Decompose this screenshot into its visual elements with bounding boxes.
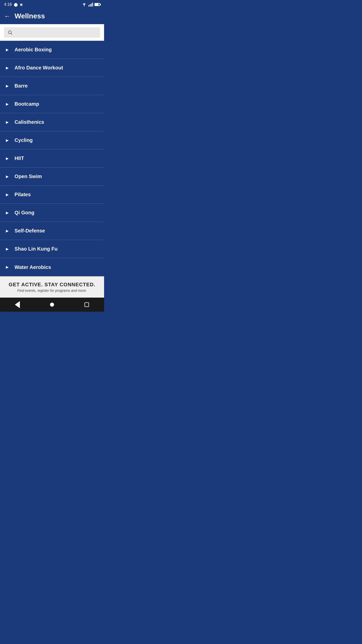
item-label: Barre bbox=[15, 83, 28, 89]
item-label: Shao Lin Kung Fu bbox=[15, 246, 58, 252]
svg-line-6 bbox=[11, 33, 12, 35]
status-bar-left: 4:16 ⬤ ▣ bbox=[4, 2, 23, 7]
wifi-icon bbox=[81, 3, 87, 7]
item-label: Afro Dance Workout bbox=[15, 65, 63, 71]
search-input[interactable] bbox=[15, 30, 97, 35]
item-label: Aerobic Boxing bbox=[15, 47, 52, 53]
item-label: Calisthenics bbox=[15, 119, 44, 125]
play-icon: ► bbox=[5, 102, 10, 106]
sim-card-icon: ▣ bbox=[20, 3, 23, 6]
nav-back-button[interactable] bbox=[11, 300, 24, 310]
item-label: Qi Gong bbox=[15, 210, 34, 216]
play-icon: ► bbox=[5, 192, 10, 197]
svg-rect-4 bbox=[92, 3, 93, 7]
svg-point-0 bbox=[84, 6, 85, 7]
play-icon: ► bbox=[5, 174, 10, 179]
list-item[interactable]: ►Shao Lin Kung Fu bbox=[0, 240, 104, 258]
status-time: 4:16 bbox=[4, 2, 12, 7]
list-item[interactable]: ►Qi Gong bbox=[0, 204, 104, 222]
search-container bbox=[0, 24, 104, 41]
home-circle-icon bbox=[50, 303, 54, 307]
status-bar-right bbox=[81, 3, 100, 7]
play-icon: ► bbox=[5, 138, 10, 143]
search-bar[interactable] bbox=[4, 27, 100, 38]
item-label: Open Swim bbox=[15, 174, 42, 179]
recents-square-icon bbox=[84, 302, 89, 307]
play-icon: ► bbox=[5, 84, 10, 88]
list-item[interactable]: ►Afro Dance Workout bbox=[0, 59, 104, 77]
nav-bar bbox=[0, 298, 104, 312]
play-icon: ► bbox=[5, 120, 10, 125]
notification-dot-icon: ⬤ bbox=[14, 3, 18, 7]
list-item[interactable]: ►Pilates bbox=[0, 186, 104, 204]
status-bar: 4:16 ⬤ ▣ bbox=[0, 0, 104, 9]
list-item[interactable]: ►Calisthenics bbox=[0, 113, 104, 131]
play-icon: ► bbox=[5, 265, 10, 269]
list-item[interactable]: ►HIIT bbox=[0, 149, 104, 168]
list-item[interactable]: ►Cycling bbox=[0, 131, 104, 149]
play-icon: ► bbox=[5, 66, 10, 70]
svg-rect-2 bbox=[90, 4, 90, 7]
play-icon: ► bbox=[5, 229, 10, 233]
header: ← Wellness bbox=[0, 9, 104, 24]
list-item[interactable]: ►Barre bbox=[0, 77, 104, 95]
search-icon bbox=[8, 30, 13, 35]
item-label: Pilates bbox=[15, 192, 31, 197]
item-label: Water Aerobics bbox=[15, 264, 51, 270]
signal-icon bbox=[88, 3, 93, 7]
page-title: Wellness bbox=[15, 12, 45, 20]
banner-main-text: GET ACTIVE. STAY CONNECTED. bbox=[4, 282, 100, 288]
item-label: HIIT bbox=[15, 155, 24, 161]
list-item[interactable]: ►Aerobic Boxing bbox=[0, 41, 104, 59]
list-item[interactable]: ►Water Aerobics bbox=[0, 258, 104, 276]
back-nav-icon bbox=[15, 301, 20, 308]
svg-rect-1 bbox=[88, 5, 89, 7]
svg-point-5 bbox=[8, 31, 11, 34]
item-label: Self-Defense bbox=[15, 228, 45, 234]
wellness-list: ►Aerobic Boxing►Afro Dance Workout►Barre… bbox=[0, 41, 104, 276]
battery-icon bbox=[95, 3, 100, 6]
banner-sub-text: Find events, register for programs and m… bbox=[4, 289, 100, 293]
nav-recents-button[interactable] bbox=[80, 300, 93, 310]
nav-home-button[interactable] bbox=[46, 300, 58, 310]
item-label: Cycling bbox=[15, 137, 33, 143]
back-button[interactable]: ← bbox=[4, 13, 11, 19]
play-icon: ► bbox=[5, 211, 10, 215]
list-item[interactable]: ►Open Swim bbox=[0, 168, 104, 186]
play-icon: ► bbox=[5, 48, 10, 52]
banner-ad: GET ACTIVE. STAY CONNECTED. Find events,… bbox=[0, 276, 104, 298]
play-icon: ► bbox=[5, 247, 10, 251]
item-label: Bootcamp bbox=[15, 101, 39, 107]
list-item[interactable]: ►Self-Defense bbox=[0, 222, 104, 240]
svg-rect-3 bbox=[91, 4, 92, 7]
play-icon: ► bbox=[5, 156, 10, 161]
list-item[interactable]: ►Bootcamp bbox=[0, 95, 104, 113]
